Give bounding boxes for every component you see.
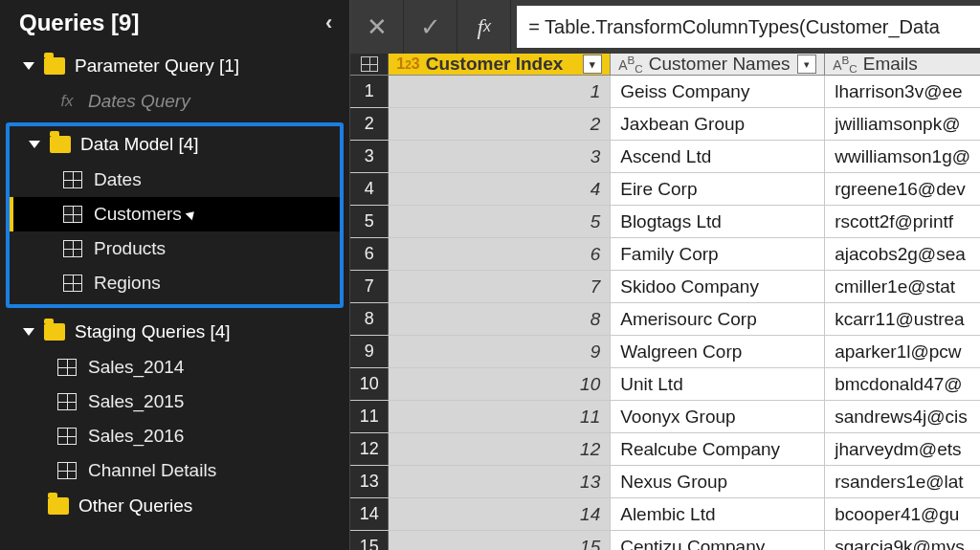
table-row[interactable]: 1313Nexus Grouprsanders1e@lat xyxy=(350,466,980,498)
table-row[interactable]: 44Eire Corprgreene16@dev xyxy=(350,173,980,206)
cell-customer-index[interactable]: 1 xyxy=(389,76,611,107)
cell-email[interactable]: sgarcia9k@mys xyxy=(825,531,980,550)
row-number: 2 xyxy=(350,108,389,140)
cell-email[interactable]: rsanders1e@lat xyxy=(825,466,980,497)
cell-customer-name[interactable]: Amerisourc Corp xyxy=(611,303,825,335)
cell-customer-index[interactable]: 3 xyxy=(389,141,611,172)
cell-customer-name[interactable]: Realcube Company xyxy=(611,433,825,465)
cell-customer-name[interactable]: Skidoo Company xyxy=(611,271,825,302)
group-parameter-query[interactable]: Parameter Query [1] xyxy=(4,48,349,84)
table-row[interactable]: 1414Alembic Ltdbcooper41@gu xyxy=(350,498,980,531)
cell-customer-index[interactable]: 15 xyxy=(389,531,611,550)
column-header-customer-index[interactable]: 123 Customer Index ▾ xyxy=(389,54,611,75)
cell-customer-index[interactable]: 10 xyxy=(389,368,611,400)
queries-title: Queries [9] xyxy=(19,10,139,36)
cell-email[interactable]: cmiller1e@stat xyxy=(825,271,980,302)
query-item-channel-details[interactable]: Channel Details xyxy=(4,453,349,488)
table-row[interactable]: 1111Voonyx Groupsandrews4j@cis xyxy=(350,401,980,433)
table-row[interactable]: 77Skidoo Companycmiller1e@stat xyxy=(350,271,980,303)
table-row[interactable]: 1212Realcube Companyjharveydm@ets xyxy=(350,433,980,466)
cancel-button[interactable]: ✕ xyxy=(350,0,404,54)
group-label: Parameter Query [1] xyxy=(75,55,239,77)
column-header-emails[interactable]: ABC Emails xyxy=(825,54,980,75)
query-item-products[interactable]: Products xyxy=(10,231,340,266)
cell-email[interactable]: rgreene16@dev xyxy=(825,173,980,205)
table-row[interactable]: 66Family Corpajacobs2g@sea xyxy=(350,238,980,271)
cell-customer-name[interactable]: Eire Corp xyxy=(611,173,825,205)
cell-email[interactable]: jwilliamsonpk@ xyxy=(825,108,980,140)
cell-email[interactable]: bcooper41@gu xyxy=(825,498,980,530)
cell-customer-name[interactable]: Walgreen Corp xyxy=(611,336,825,367)
row-number: 8 xyxy=(350,303,389,335)
cell-customer-index[interactable]: 5 xyxy=(389,206,611,237)
select-all-corner[interactable] xyxy=(350,54,389,75)
folder-icon xyxy=(50,136,71,153)
table-row[interactable]: 1010Unit Ltdbmcdonald47@ xyxy=(350,368,980,401)
cell-customer-name[interactable]: Blogtags Ltd xyxy=(611,206,825,237)
query-item-sales-2015[interactable]: Sales_2015 xyxy=(4,385,349,419)
group-staging-queries[interactable]: Staging Queries [4] xyxy=(4,314,349,350)
cell-email[interactable]: rscott2f@printf xyxy=(825,206,980,237)
cell-email[interactable]: kcarr11@ustrea xyxy=(825,303,980,335)
cell-customer-index[interactable]: 14 xyxy=(389,498,611,530)
query-item-dates[interactable]: Dates xyxy=(10,163,340,197)
collapse-panel-icon[interactable]: ‹ xyxy=(325,11,332,35)
cell-email[interactable]: sandrews4j@cis xyxy=(825,401,980,432)
cell-customer-index[interactable]: 9 xyxy=(389,336,611,367)
group-data-model[interactable]: Data Model [4] xyxy=(10,126,340,163)
cell-customer-index[interactable]: 2 xyxy=(389,108,611,140)
cell-email[interactable]: wwilliamson1g@ xyxy=(825,141,980,172)
fx-icon[interactable]: fx xyxy=(457,0,511,54)
cell-customer-index[interactable]: 12 xyxy=(389,433,611,465)
table-row[interactable]: 88Amerisourc Corpkcarr11@ustrea xyxy=(350,303,980,336)
row-number: 3 xyxy=(350,141,389,172)
group-other-queries[interactable]: Other Queries xyxy=(4,488,349,524)
table-row[interactable]: 99Walgreen Corpaparker1l@pcw xyxy=(350,336,980,368)
cell-customer-name[interactable]: Unit Ltd xyxy=(611,368,825,400)
column-header-customer-names[interactable]: ABC Customer Names ▾ xyxy=(611,54,825,75)
cell-email[interactable]: aparker1l@pcw xyxy=(825,336,980,367)
table-row[interactable]: 1515Centizu Companysgarcia9k@mys xyxy=(350,531,980,550)
row-number: 13 xyxy=(350,466,389,497)
column-filter-dropdown[interactable]: ▾ xyxy=(583,55,602,74)
column-title: Customer Names xyxy=(649,54,791,75)
query-item-dates-query[interactable]: fx Dates Query xyxy=(4,84,349,119)
query-item-customers[interactable]: Customers xyxy=(10,197,340,231)
table-icon xyxy=(63,240,82,257)
cell-email[interactable]: jharveydm@ets xyxy=(825,433,980,465)
query-label: Sales_2014 xyxy=(88,357,184,378)
cell-customer-index[interactable]: 4 xyxy=(389,173,611,205)
cell-customer-index[interactable]: 8 xyxy=(389,303,611,335)
cell-customer-name[interactable]: Nexus Group xyxy=(611,466,825,497)
row-number: 1 xyxy=(350,76,389,107)
cursor-icon xyxy=(185,209,197,221)
row-number: 10 xyxy=(350,368,389,400)
cell-email[interactable]: bmcdonald47@ xyxy=(825,368,980,400)
table-row[interactable]: 22Jaxbean Groupjwilliamsonpk@ xyxy=(350,108,980,141)
cell-customer-name[interactable]: Family Corp xyxy=(611,238,825,270)
query-label: Regions xyxy=(94,273,161,294)
group-label: Staging Queries [4] xyxy=(75,321,231,342)
cell-customer-index[interactable]: 13 xyxy=(389,466,611,497)
formula-input[interactable] xyxy=(517,6,980,48)
query-item-sales-2016[interactable]: Sales_2016 xyxy=(4,419,349,453)
cell-customer-index[interactable]: 7 xyxy=(389,271,611,302)
column-filter-dropdown[interactable]: ▾ xyxy=(797,55,816,74)
cell-email[interactable]: ajacobs2g@sea xyxy=(825,238,980,270)
table-row[interactable]: 33Ascend Ltdwwilliamson1g@ xyxy=(350,141,980,173)
cell-customer-name[interactable]: Alembic Ltd xyxy=(611,498,825,530)
cell-customer-name[interactable]: Geiss Company xyxy=(611,76,825,107)
cell-customer-name[interactable]: Jaxbean Group xyxy=(611,108,825,140)
cell-customer-name[interactable]: Voonyx Group xyxy=(611,401,825,432)
commit-button[interactable]: ✓ xyxy=(404,0,457,54)
cell-customer-name[interactable]: Centizu Company xyxy=(611,531,825,550)
cell-email[interactable]: lharrison3v@ee xyxy=(825,76,980,107)
cell-customer-index[interactable]: 6 xyxy=(389,238,611,270)
query-item-sales-2014[interactable]: Sales_2014 xyxy=(4,350,349,385)
table-row[interactable]: 11Geiss Companylharrison3v@ee xyxy=(350,76,980,108)
cell-customer-name[interactable]: Ascend Ltd xyxy=(611,141,825,172)
row-number: 4 xyxy=(350,173,389,205)
query-item-regions[interactable]: Regions xyxy=(10,266,340,300)
table-row[interactable]: 55Blogtags Ltdrscott2f@printf xyxy=(350,206,980,238)
cell-customer-index[interactable]: 11 xyxy=(389,401,611,432)
